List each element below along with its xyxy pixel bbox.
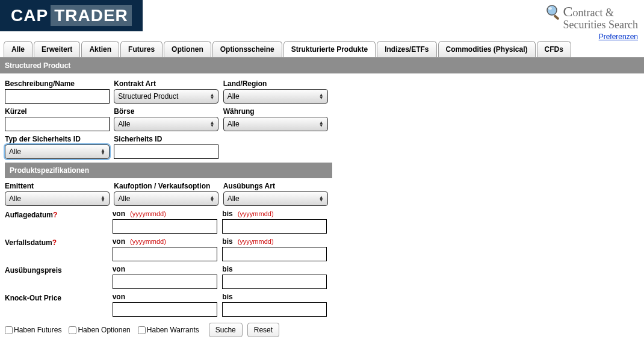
- tab-erweitert[interactable]: Erweitert: [34, 41, 80, 57]
- label-beschreibung: Beschreibung/Name: [5, 79, 111, 88]
- checkbox-row: Haben Futures Haben Optionen Haben Warra…: [5, 323, 332, 337]
- chevron-updown-icon: ▲▼: [101, 149, 105, 155]
- label-von: von: [113, 293, 220, 301]
- label-bis: bis(yyyymmdd): [222, 210, 330, 218]
- tab-futures[interactable]: Futures: [120, 41, 163, 57]
- label-kontrakt-art: Kontrakt Art: [114, 79, 220, 88]
- check-haben-optionen[interactable]: Haben Optionen: [69, 326, 130, 334]
- logo-trader: TRADER: [54, 6, 128, 25]
- ausuebungsart-select[interactable]: Alle ▲▼: [223, 191, 328, 206]
- label-kuerzel: Kürzel: [5, 107, 111, 116]
- ausuebungspreis-von-input[interactable]: [113, 275, 217, 289]
- tabbar: Alle Erweitert Aktien Futures Optionen O…: [0, 41, 644, 58]
- label-verfallsdatum: Verfallsdatum?: [5, 238, 113, 247]
- tab-cfds[interactable]: CFDs: [537, 41, 571, 57]
- knockout-bis-input[interactable]: [222, 302, 327, 317]
- check-haben-warrants[interactable]: Haben Warrants: [138, 326, 199, 334]
- label-von: von: [113, 265, 220, 273]
- reset-button[interactable]: Reset: [247, 323, 279, 337]
- land-region-select[interactable]: Alle ▲▼: [223, 89, 328, 104]
- chevron-updown-icon: ▲▼: [209, 93, 214, 99]
- haben-futures-checkbox[interactable]: [5, 326, 13, 334]
- logo: CAPTRADER: [0, 0, 143, 31]
- verfallsdatum-bis-input[interactable]: [222, 247, 327, 261]
- chevron-updown-icon: ▲▼: [101, 196, 105, 202]
- svg-point-1: [548, 7, 552, 10]
- boerse-select[interactable]: Alle ▲▼: [114, 117, 218, 131]
- auflagedatum-bis-input[interactable]: [222, 219, 327, 234]
- kontrakt-art-select[interactable]: Structured Product ▲▼: [114, 89, 218, 104]
- chevron-updown-icon: ▲▼: [209, 196, 214, 202]
- tab-aktien[interactable]: Aktien: [81, 41, 119, 57]
- logo-cap: CAP: [11, 6, 48, 25]
- label-kaufverkauf: Kaufoption / Verkaufsoption: [114, 182, 220, 190]
- label-ausuebungspreis: Ausübungspreis: [5, 266, 113, 275]
- tab-commodities[interactable]: Commodities (Physical): [438, 41, 536, 57]
- check-haben-futures[interactable]: Haben Futures: [5, 326, 61, 334]
- svg-rect-2: [553, 14, 559, 20]
- beschreibung-input[interactable]: [5, 89, 110, 104]
- label-knockout: Knock-Out Price: [5, 294, 113, 302]
- chevron-updown-icon: ▲▼: [319, 93, 324, 99]
- knockout-von-input[interactable]: [113, 302, 217, 317]
- ausuebungspreis-bis-input[interactable]: [222, 275, 327, 289]
- tab-alle[interactable]: Alle: [4, 41, 33, 57]
- label-emittent: Emittent: [5, 182, 111, 190]
- header: CAPTRADER Contract & Securities Search P…: [0, 0, 644, 41]
- help-icon[interactable]: ?: [53, 211, 57, 219]
- label-sicherheits-id: Sicherheits ID: [114, 135, 220, 143]
- emittent-select[interactable]: Alle ▲▼: [5, 191, 110, 206]
- haben-optionen-checkbox[interactable]: [69, 326, 76, 334]
- section-structured-product: Structured Product: [0, 58, 644, 73]
- preferences-link[interactable]: Preferenzen: [599, 33, 638, 41]
- svg-point-0: [547, 5, 557, 15]
- typ-sicherheits-id-select[interactable]: Alle ▲▼: [5, 145, 110, 159]
- label-ausuebungsart: Ausübungs Art: [223, 182, 330, 190]
- tab-strukturierte-produkte[interactable]: Strukturierte Produkte: [283, 41, 376, 57]
- label-auflagedatum: Auflagedatum?: [5, 211, 113, 219]
- magnifier-icon: [545, 4, 562, 20]
- tab-indizes-etfs[interactable]: Indizes/ETFs: [377, 41, 436, 57]
- chevron-updown-icon: ▲▼: [319, 196, 324, 202]
- label-bis: bis: [222, 293, 330, 301]
- label-land-region: Land/Region: [223, 79, 330, 88]
- label-bis: bis(yyyymmdd): [222, 237, 330, 246]
- verfallsdatum-von-input[interactable]: [113, 247, 217, 261]
- chevron-updown-icon: ▲▼: [209, 121, 214, 127]
- haben-warrants-checkbox[interactable]: [138, 326, 146, 334]
- tab-optionsscheine[interactable]: Optionsscheine: [212, 41, 282, 57]
- kaufverkauf-select[interactable]: Alle ▲▼: [114, 191, 218, 206]
- help-icon[interactable]: ?: [52, 238, 57, 247]
- tab-optionen[interactable]: Optionen: [164, 41, 211, 57]
- form-area: Beschreibung/Name Kontrakt Art Structure…: [0, 73, 337, 343]
- label-von: von(yyyymmdd): [113, 237, 220, 246]
- suche-button[interactable]: Suche: [209, 323, 243, 337]
- kuerzel-input[interactable]: [5, 117, 110, 131]
- label-typ-sicherheits-id: Typ der Sicherheits ID: [5, 135, 111, 143]
- label-bis: bis: [222, 265, 330, 273]
- chevron-updown-icon: ▲▼: [319, 121, 324, 127]
- auflagedatum-von-input[interactable]: [113, 219, 217, 234]
- label-waehrung: Währung: [223, 107, 330, 116]
- search-title: Contract & Securities Search: [545, 4, 638, 31]
- waehrung-select[interactable]: Alle ▲▼: [223, 117, 328, 131]
- label-von: von(yyyymmdd): [113, 210, 220, 218]
- label-boerse: Börse: [114, 107, 220, 116]
- section-produktspezifikationen: Produktspezifikationen: [5, 163, 332, 178]
- sicherheits-id-input[interactable]: [114, 145, 218, 159]
